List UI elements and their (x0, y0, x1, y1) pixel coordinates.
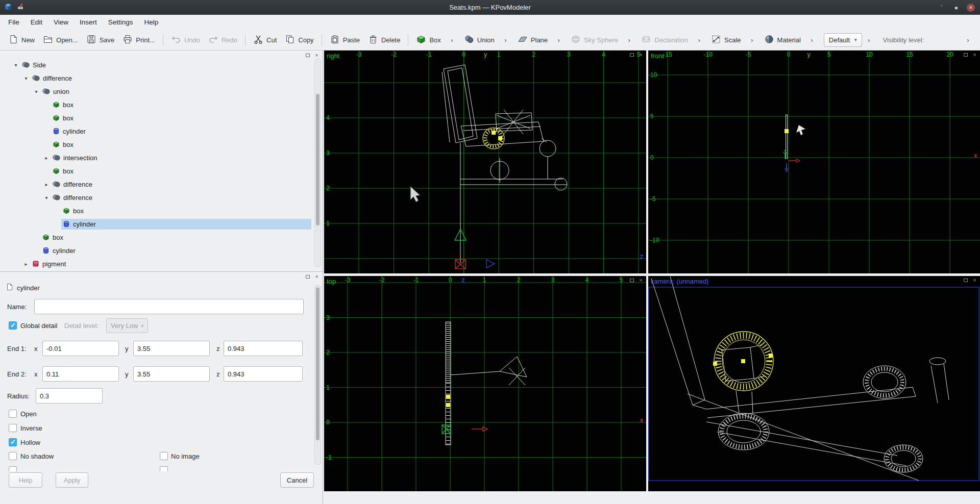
menu-help[interactable]: Help (139, 15, 164, 30)
tree-scrollbar-thumb[interactable] (316, 94, 320, 225)
tree-expanded-arrow-icon[interactable]: ▾ (42, 195, 51, 200)
inverse-checkbox[interactable] (9, 424, 17, 432)
tree-item-box[interactable]: box (0, 111, 311, 124)
tree-item-body[interactable]: cylinder (41, 245, 311, 256)
material-button[interactable]: Material (760, 32, 805, 48)
visibility-more-arrow[interactable]: › (964, 36, 972, 44)
tree-expanded-arrow-icon[interactable]: ▾ (21, 75, 31, 81)
paste-button[interactable]: Paste (326, 32, 364, 48)
tree-item-body[interactable]: difference (31, 73, 311, 84)
dock-detach-icon[interactable] (304, 52, 311, 58)
union-more-arrow[interactable]: › (502, 36, 509, 44)
delete-button[interactable]: Delete (364, 32, 405, 48)
tree-item-box[interactable]: box (0, 138, 311, 151)
tree-item-difference[interactable]: ▾difference (0, 191, 311, 204)
tree-item-body[interactable]: box (41, 232, 311, 243)
save-button[interactable]: Save (82, 32, 119, 48)
tree-scrollbar[interactable] (314, 59, 321, 267)
tree-item-body[interactable]: union (41, 86, 311, 97)
default-select[interactable]: Default ▾ (824, 33, 862, 47)
detail-level-select[interactable]: Very Low ▾ (106, 318, 148, 333)
tree-item-body[interactable]: cylinder (51, 126, 311, 137)
properties-scrollbar-thumb[interactable] (316, 287, 320, 440)
maximize-button[interactable]: ◆ (952, 3, 961, 12)
new-button[interactable]: New (4, 32, 39, 48)
hollow-checkbox[interactable] (9, 438, 17, 446)
tree-item-difference[interactable]: ▾difference (0, 71, 311, 85)
redo-button[interactable]: Redo (204, 32, 241, 48)
viewport-close-icon[interactable]: × (971, 52, 978, 58)
end2-y-input[interactable] (133, 366, 210, 382)
viewport-front[interactable]: front × -15-10-50y51015201050-5-10x (648, 51, 980, 273)
properties-scrollbar[interactable] (314, 285, 321, 465)
cancel-button[interactable]: Cancel (280, 472, 314, 488)
menu-view[interactable]: View (48, 15, 74, 30)
end1-y-input[interactable] (133, 341, 210, 356)
open-button[interactable]: Open... (39, 32, 82, 48)
selection-handle[interactable] (785, 129, 789, 133)
viewport-close-icon[interactable]: × (638, 52, 644, 58)
tree-item-box[interactable]: box (0, 98, 311, 111)
partial-checkbox[interactable] (160, 466, 168, 471)
open-checkbox[interactable] (9, 410, 17, 418)
scale-button[interactable]: Scale (707, 32, 745, 48)
tree-item-body[interactable]: box (51, 113, 311, 123)
tree-item-Side[interactable]: ▾Side (0, 58, 311, 71)
default-more-arrow[interactable]: › (865, 36, 873, 44)
dock-detach-icon[interactable] (304, 273, 311, 280)
name-input[interactable] (34, 299, 304, 314)
apply-button[interactable]: Apply (56, 472, 88, 488)
box-more-arrow[interactable]: › (448, 36, 456, 44)
tree-item-body[interactable]: intersection (51, 153, 311, 163)
print-button[interactable]: Print... (118, 32, 159, 48)
tree-item-intersection[interactable]: ▸intersection (0, 151, 311, 164)
insert-box-button[interactable]: Box (412, 32, 445, 48)
tree-item-body[interactable]: box (51, 166, 311, 177)
minimize-button[interactable]: ˇ (937, 3, 946, 12)
declaration-more-arrow[interactable]: › (695, 36, 703, 44)
tree-expanded-arrow-icon[interactable]: ▾ (11, 62, 20, 68)
undo-button[interactable]: Undo (167, 32, 204, 48)
help-button[interactable]: Help (9, 472, 42, 488)
insert-plane-button[interactable]: Plane (513, 32, 552, 48)
tree-item-difference[interactable]: ▸difference (0, 178, 311, 191)
tree-item-body[interactable]: difference (51, 192, 311, 203)
tree-collapsed-arrow-icon[interactable]: ▸ (21, 261, 31, 267)
copy-button[interactable]: Copy (281, 32, 317, 48)
selection-handle[interactable] (446, 403, 450, 407)
tree-item-pigment[interactable]: ▸pigment (0, 257, 311, 270)
end1-z-input[interactable] (224, 341, 303, 356)
menu-insert[interactable]: Insert (74, 15, 103, 30)
radius-input[interactable] (36, 388, 103, 404)
partial-checkbox[interactable] (9, 466, 17, 471)
viewport-detach-icon[interactable] (962, 52, 969, 58)
dock-close-icon[interactable]: × (313, 273, 320, 280)
tree-item-cylinder[interactable]: cylinder (0, 244, 311, 257)
end1-x-input[interactable] (42, 341, 119, 356)
menu-edit[interactable]: Edit (25, 15, 48, 30)
tree-item-body[interactable]: difference (51, 179, 311, 190)
cut-button[interactable]: Cut (249, 32, 281, 48)
sky-sphere-more-arrow[interactable]: › (625, 36, 633, 44)
tree-expanded-arrow-icon[interactable]: ▾ (32, 89, 41, 94)
menu-file[interactable]: File (3, 15, 25, 30)
tree-item-body[interactable]: box (51, 139, 311, 150)
tree-item-body[interactable]: pigment (31, 259, 311, 269)
tree-item-box[interactable]: box (0, 231, 311, 244)
material-more-arrow[interactable]: › (808, 36, 816, 44)
selection-handle[interactable] (713, 362, 717, 366)
tree-collapsed-arrow-icon[interactable]: ▸ (42, 182, 51, 187)
end2-x-input[interactable] (42, 366, 119, 382)
viewport-top[interactable]: top × -3-2-10z123453210-1x (324, 276, 646, 491)
tree-item-body[interactable]: cylinder (61, 219, 311, 230)
global-detail-checkbox[interactable] (9, 321, 17, 330)
selection-handle[interactable] (492, 131, 496, 135)
plane-more-arrow[interactable]: › (555, 36, 562, 44)
viewport-right[interactable]: right × -3-2-10y123454321z (324, 51, 646, 273)
tree-item-cylinder[interactable]: cylinder (0, 124, 311, 138)
no-shadow-checkbox[interactable] (9, 452, 17, 460)
end2-z-input[interactable] (224, 366, 303, 382)
tree-item-union[interactable]: ▾union (0, 85, 311, 98)
close-button[interactable]: × (967, 4, 975, 12)
tree-collapsed-arrow-icon[interactable]: ▸ (42, 155, 51, 161)
